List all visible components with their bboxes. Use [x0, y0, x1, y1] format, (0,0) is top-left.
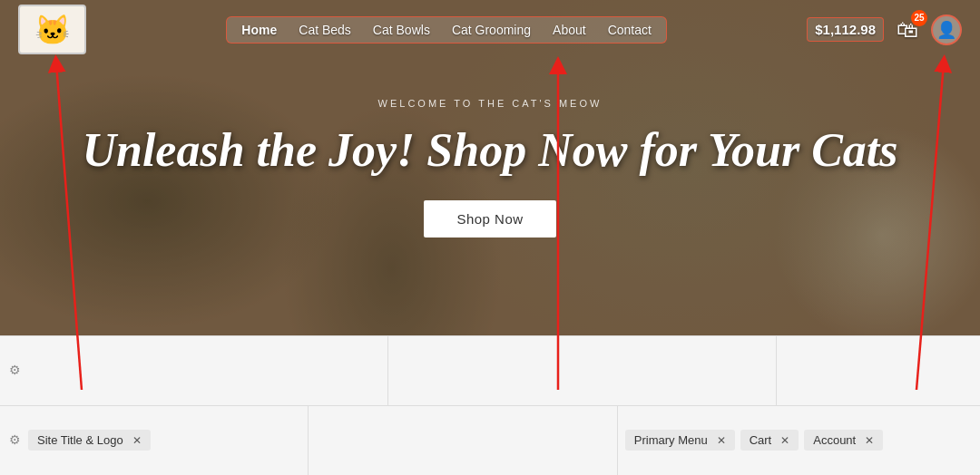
editor-bar: ⚙ ⚙ Site Title & Logo ✕ Primary Menu ✕ C…	[0, 335, 980, 475]
shop-now-button[interactable]: Shop Now	[424, 200, 555, 238]
site-title-logo-chip-close[interactable]: ✕	[132, 434, 142, 447]
nav-item-cat-grooming[interactable]: Cat Grooming	[452, 23, 531, 37]
cart-chip-close[interactable]: ✕	[780, 434, 789, 447]
editor-row2-right: Primary Menu ✕ Cart ✕ Account ✕	[618, 406, 980, 476]
account-user-icon: 👤	[936, 20, 956, 40]
editor-row2: ⚙ Site Title & Logo ✕ Primary Menu ✕ Car…	[0, 406, 980, 476]
logo-cat-emoji: 🐱	[34, 13, 71, 47]
nav-item-about[interactable]: About	[553, 23, 586, 37]
editor-row1-left: ⚙	[0, 336, 388, 405]
site-header: 🐱 Home Cat Beds Cat Bowls Cat Grooming A…	[0, 0, 980, 59]
editor-row2-left: ⚙ Site Title & Logo ✕	[0, 406, 309, 476]
gear-icon-row1-left[interactable]: ⚙	[9, 363, 21, 378]
cart-badge-count: 25	[911, 10, 927, 26]
account-chip: Account ✕	[804, 430, 883, 451]
site-title-logo-chip: Site Title & Logo ✕	[28, 430, 151, 451]
header-right-section: $1,112.98 🛍 25 👤	[807, 15, 962, 45]
hero-subtitle: WELCOME TO THE CAT'S MEOW	[378, 98, 603, 109]
editor-row1-right	[777, 336, 980, 405]
primary-menu-chip-label: Primary Menu	[634, 433, 708, 447]
cart-chip: Cart ✕	[740, 430, 799, 451]
account-chip-close[interactable]: ✕	[865, 434, 874, 447]
account-button[interactable]: 👤	[931, 15, 962, 45]
cart-chip-label: Cart	[750, 433, 772, 447]
cart-button[interactable]: 🛍 25	[897, 17, 918, 43]
site-title-logo-chip-label: Site Title & Logo	[37, 433, 123, 447]
site-logo[interactable]: 🐱	[18, 5, 86, 54]
editor-row1-mid	[388, 336, 777, 405]
cart-total-price: $1,112.98	[807, 17, 884, 42]
editor-row2-mid	[309, 406, 617, 476]
nav-item-cat-bowls[interactable]: Cat Bowls	[373, 23, 430, 37]
account-chip-label: Account	[813, 433, 856, 447]
primary-navigation: Home Cat Beds Cat Bowls Cat Grooming Abo…	[226, 16, 667, 44]
primary-menu-chip: Primary Menu ✕	[625, 430, 735, 451]
primary-menu-chip-close[interactable]: ✕	[717, 434, 726, 447]
nav-item-cat-beds[interactable]: Cat Beds	[299, 23, 351, 37]
nav-item-contact[interactable]: Contact	[608, 23, 652, 37]
hero-title: Unleash the Joy! Shop Now for Your Cats	[82, 123, 897, 178]
gear-icon-row2-left[interactable]: ⚙	[9, 432, 21, 448]
nav-item-home[interactable]: Home	[241, 23, 277, 37]
